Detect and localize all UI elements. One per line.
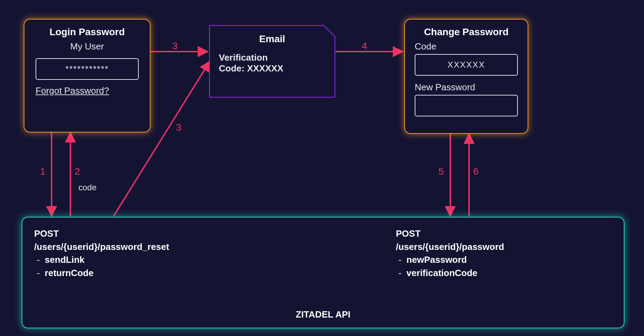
login-user: My User (33, 41, 141, 52)
api-right-method: POST (396, 228, 421, 239)
arrow-sublabel-code: code (78, 183, 97, 192)
arrow-label-2: 2 (75, 166, 80, 177)
arrow-label-4: 4 (362, 40, 367, 52)
code-label: Code (415, 41, 518, 52)
api-left-method: POST (34, 228, 59, 239)
api-left: POST /users/{userid}/password_reset - se… (34, 227, 215, 280)
arrow-label-3b: 3 (176, 122, 182, 133)
api-footer-title: ZITADEL API (22, 309, 624, 320)
diagram-canvas: Login Password My User *********** Forgo… (0, 0, 644, 336)
code-input[interactable]: XXXXXX (415, 54, 518, 76)
newpw-label: New Password (415, 82, 518, 93)
code-value: XXXXXX (447, 60, 485, 70)
email-line2: Code: XXXXXX (219, 63, 325, 74)
api-left-param-0: - sendLink (34, 254, 84, 265)
api-right-param-1: - verificationCode (396, 268, 477, 278)
arrow-label-1: 1 (40, 166, 46, 177)
password-mask-value: *********** (66, 64, 109, 74)
api-right: POST /users/{userid}/password - newPassw… (396, 227, 563, 280)
api-left-param-1: - returnCode (34, 268, 93, 278)
arrow-label-6: 6 (473, 166, 479, 177)
change-title: Change Password (415, 26, 518, 38)
email-line1: Verification (219, 52, 325, 63)
email-box: Email Verification Code: XXXXXX (209, 25, 335, 98)
login-password-box: Login Password My User *********** Forgo… (24, 19, 151, 132)
password-input[interactable]: *********** (36, 58, 139, 80)
login-title: Login Password (33, 26, 141, 38)
email-title: Email (219, 33, 325, 45)
api-box: POST /users/{userid}/password_reset - se… (22, 217, 624, 328)
arrow-label-5: 5 (438, 166, 444, 177)
forgot-password-link[interactable]: Forgot Password? (36, 85, 109, 96)
api-left-path: /users/{userid}/password_reset (34, 242, 169, 252)
newpw-input[interactable] (415, 95, 518, 116)
arrow-label-3a: 3 (172, 40, 178, 52)
api-right-param-0: - newPassword (396, 254, 467, 265)
api-right-path: /users/{userid}/password (396, 242, 504, 252)
change-password-box: Change Password Code XXXXXX New Password (404, 19, 528, 134)
